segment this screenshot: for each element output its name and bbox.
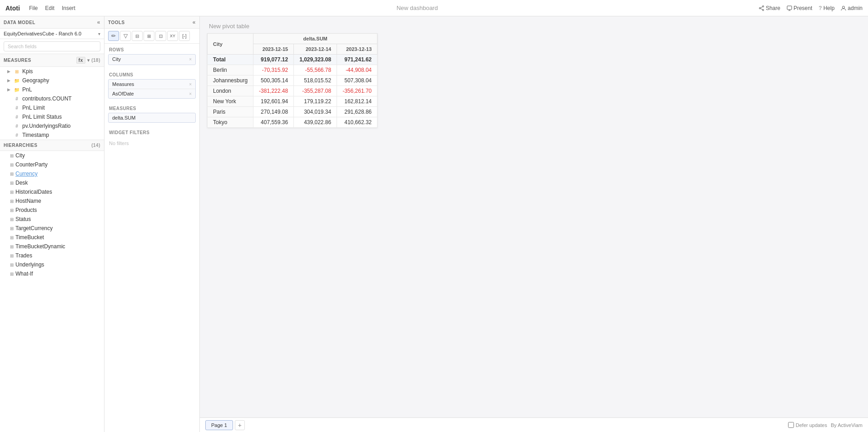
measures-item-pnl[interactable]: ▶ 📁 PnL: [0, 85, 104, 94]
svg-point-0: [762, 5, 764, 7]
menu-file[interactable]: File: [29, 5, 38, 11]
measures-item-geography[interactable]: ▶ 📁 Geography: [0, 76, 104, 85]
hier-item-products[interactable]: ▶ ⊞ Products: [0, 206, 104, 215]
value-cell: 971,241.62: [337, 55, 377, 65]
rows-chip-remove-icon[interactable]: ×: [189, 57, 192, 62]
columns-label: Columns: [104, 69, 199, 79]
user-menu[interactable]: admin: [841, 5, 863, 11]
svg-point-1: [759, 7, 760, 9]
hier-item-desk[interactable]: ▶ ⊞ Desk: [0, 178, 104, 187]
hier-item-whatif[interactable]: ▶ ⊞ What-If: [0, 269, 104, 278]
hier-item-underlyings[interactable]: ▶ ⊞ Underlyings: [0, 260, 104, 269]
hierarchies-section: HIERARCHIES (14) ▶ ⊞ City ▶ ⊞ CounterPar…: [0, 140, 104, 432]
hier-item-trades[interactable]: ▶ ⊞ Trades: [0, 251, 104, 260]
add-page-button[interactable]: +: [235, 420, 245, 430]
menu-insert[interactable]: Insert: [62, 5, 75, 11]
hier-item-city[interactable]: ▶ ⊞ City: [0, 151, 104, 160]
measures-item-contributors[interactable]: ▶ # contributors.COUNT: [0, 94, 104, 103]
tool-pivot-button[interactable]: ⊞: [144, 31, 154, 41]
hier-item-timebucketdynamic[interactable]: ▶ ⊞ TimeBucketDynamic: [0, 242, 104, 251]
targetcurrency-label: TargetCurrency: [15, 225, 53, 231]
hier-item-historicaldates[interactable]: ▶ ⊞ HistoricalDates: [0, 187, 104, 196]
table-row: Total919,077.121,029,323.08971,241.62: [208, 55, 377, 65]
topbar-menu: File Edit Insert: [29, 5, 75, 11]
topbar: Atoti File Edit Insert New dashboard Sha…: [0, 0, 868, 16]
tool-grid-button[interactable]: ⊡: [155, 31, 166, 41]
data-model-collapse[interactable]: «: [97, 19, 100, 25]
historicaldates-hier-icon: ⊞: [10, 190, 14, 195]
table-row: Paris270,149.08304,019.34291,628.86: [208, 107, 377, 117]
tools-toolbar: ✏ ▽ ⊟ ⊞ ⊡ XY [-]: [104, 29, 199, 44]
tools-header: TOOLS «: [104, 16, 199, 29]
defer-updates-input[interactable]: [788, 422, 794, 428]
menu-edit[interactable]: Edit: [45, 5, 55, 11]
desk-hier-icon: ⊞: [10, 181, 14, 186]
rows-chip-city[interactable]: City ×: [109, 55, 195, 64]
topbar-right: Share Present ? Help admin: [759, 5, 863, 11]
search-input[interactable]: [4, 41, 100, 51]
kpis-icon: ⊞: [14, 69, 20, 74]
hier-item-status[interactable]: ▶ ⊞ Status: [0, 215, 104, 224]
measures-item-timestamp[interactable]: ▶ # Timestamp: [0, 131, 104, 140]
measures-chip-delta[interactable]: delta.SUM: [108, 113, 196, 123]
svg-point-8: [843, 6, 845, 8]
col-header-date-2: 2023-12-13: [337, 44, 377, 55]
timebucketdynamic-label: TimeBucketDynamic: [15, 243, 65, 250]
page-tab-1[interactable]: Page 1: [205, 420, 233, 430]
hier-item-counterparty[interactable]: ▶ ⊞ CounterParty: [0, 160, 104, 169]
hier-item-hostname[interactable]: ▶ ⊞ HostName: [0, 196, 104, 206]
rows-label: Rows: [104, 44, 199, 54]
targetcurrency-hier-icon: ⊞: [10, 226, 14, 231]
search-box: [0, 39, 104, 54]
city-cell: London: [208, 86, 253, 96]
hier-item-targetcurrency[interactable]: ▶ ⊞ TargetCurrency: [0, 224, 104, 233]
columns-asofdate-remove-icon[interactable]: ×: [189, 91, 192, 96]
desk-label: Desk: [15, 180, 28, 186]
col-header-delta: delta.SUM: [253, 34, 377, 44]
timebucketdynamic-hier-icon: ⊞: [10, 244, 14, 249]
products-label: Products: [15, 207, 37, 213]
svg-line-4: [760, 8, 762, 9]
cube-selector[interactable]: EquityDerivativesCube - Ranch 6.0 ▾: [0, 29, 104, 39]
no-filters-text: No filters: [109, 139, 195, 148]
value-cell: 291,628.86: [337, 107, 377, 117]
value-cell: -355,287.08: [294, 86, 337, 96]
columns-measures-remove-icon[interactable]: ×: [189, 82, 192, 87]
hier-item-currency[interactable]: ▶ ⊞ Currency: [0, 169, 104, 178]
tool-xy-button[interactable]: XY: [167, 31, 178, 41]
pnl-arrow-icon: ▶: [7, 87, 12, 92]
tool-sort-button[interactable]: ⊟: [132, 31, 143, 41]
share-button[interactable]: Share: [759, 5, 780, 11]
table-row: London-381,222.48-355,287.08-356,261.70: [208, 86, 377, 96]
status-label: Status: [15, 216, 31, 222]
present-button[interactable]: Present: [787, 5, 812, 11]
tools-label: TOOLS: [108, 20, 125, 25]
tool-filter-button[interactable]: ▽: [120, 31, 131, 41]
tool-bracket-button[interactable]: [-]: [179, 31, 190, 41]
currency-hier-icon: ⊞: [10, 171, 14, 176]
tool-pencil-button[interactable]: ✏: [108, 31, 119, 41]
city-cell: Berlin: [208, 65, 253, 75]
columns-chip-measures[interactable]: Measures ×: [109, 80, 195, 89]
table-row: Tokyo407,559.36439,022.86410,662.32: [208, 117, 377, 128]
defer-updates-checkbox[interactable]: Defer updates: [788, 422, 827, 428]
widget-filters-area: No filters: [104, 137, 199, 150]
timebucket-label: TimeBucket: [15, 234, 44, 241]
measures-item-pv-underlyings[interactable]: ▶ # pv.UnderlyingsRatio: [0, 121, 104, 131]
value-cell: 304,019.34: [294, 107, 337, 117]
measures-item-pnl-limit[interactable]: ▶ # PnL Limit: [0, 103, 104, 112]
measures-expand-icon[interactable]: ▾: [87, 58, 90, 63]
value-cell: -55,566.78: [294, 65, 337, 75]
measures-item-kpis[interactable]: ▶ ⊞ Kpis: [0, 67, 104, 76]
city-cell: Total: [208, 55, 253, 65]
tools-collapse-button[interactable]: «: [193, 19, 196, 25]
hier-item-timebucket[interactable]: ▶ ⊞ TimeBucket: [0, 233, 104, 242]
measures-item-pnl-limit-status[interactable]: ▶ # PnL Limit Status: [0, 112, 104, 121]
table-row: Johannesburg500,305.14518,015.52507,308.…: [208, 75, 377, 86]
pivot-content: City delta.SUM 2023-12-15 2023-12-14 202…: [200, 33, 868, 417]
help-button[interactable]: ? Help: [818, 5, 834, 11]
value-cell: 500,305.14: [253, 75, 294, 86]
columns-chip-asofdate[interactable]: AsOfDate ×: [109, 89, 195, 98]
kpis-arrow-icon: ▶: [7, 69, 12, 74]
fx-button[interactable]: fx: [76, 57, 85, 64]
